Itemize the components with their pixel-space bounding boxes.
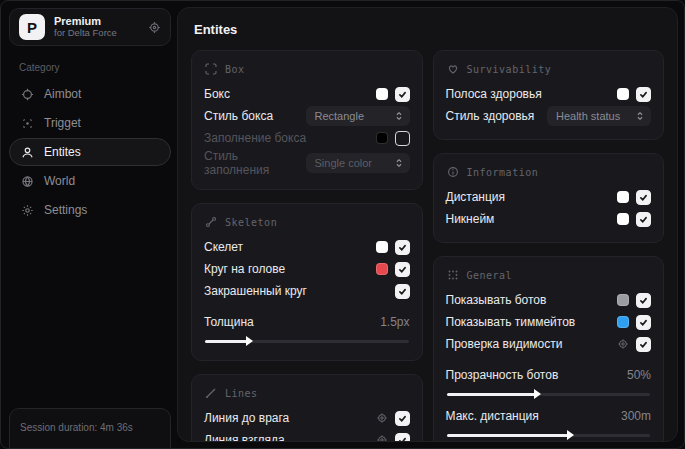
setting-row: Показывать ботов [446, 289, 652, 311]
color-swatch[interactable] [617, 316, 629, 328]
brand-subtitle: for Delta Force [54, 28, 117, 39]
panel-header-label: Skeleton [225, 217, 277, 228]
checkbox[interactable] [395, 131, 410, 146]
thickness-slider[interactable] [205, 340, 409, 343]
setting-row: Стиль бокса Rectangle [204, 105, 410, 127]
setting-row: Стиль здоровья Health status [446, 105, 652, 127]
setting-row: Никнейм [446, 208, 652, 230]
fill-style-select[interactable]: Single color [306, 153, 410, 173]
setting-row: Показывать тиммейтов [446, 311, 652, 333]
checkbox[interactable] [636, 87, 651, 102]
setting-row: Скелет [204, 236, 410, 258]
right-column: Survivability Полоса здоровья Стиль здор… [433, 50, 665, 442]
session-duration-box: Session duration: 4m 36s [9, 408, 171, 449]
sidebar-item-aimbot[interactable]: Aimbot [9, 80, 171, 108]
color-swatch[interactable] [376, 88, 388, 100]
setting-row: Закрашенный круг [204, 280, 410, 302]
session-duration-text: Session duration: 4m 36s [20, 422, 133, 433]
slider-value: 50% [627, 368, 651, 382]
checkbox[interactable] [636, 315, 651, 330]
checkbox[interactable] [395, 87, 410, 102]
checkbox[interactable] [395, 433, 410, 443]
line-settings-icon[interactable] [376, 434, 388, 442]
trigger-icon [21, 117, 34, 130]
visibility-settings-icon[interactable] [617, 338, 629, 350]
panel-header-label: Box [225, 64, 245, 75]
panel-information-header: Information [447, 166, 652, 178]
brand-title: Premium [54, 15, 117, 28]
setting-row: Линия взгляда [204, 429, 410, 442]
sidebar-item-label: Settings [44, 203, 87, 217]
sidebar-item-entites[interactable]: Entites [9, 138, 171, 166]
setting-row: Проверка видимости [446, 333, 652, 355]
slider-thumb[interactable] [567, 430, 574, 440]
setting-row: Макс. дистанция 300m [446, 405, 652, 427]
main-content: Entites Box Бокс [177, 7, 678, 442]
color-swatch[interactable] [617, 191, 629, 203]
panel-lines-header: Lines [205, 387, 410, 399]
panel-lines: Lines Линия до врага Линия взгляда [191, 374, 423, 442]
setting-row: Толщина 1.5px [204, 311, 410, 333]
select-value: Single color [315, 157, 372, 169]
panel-general-header: General [447, 269, 652, 281]
color-swatch[interactable] [617, 88, 629, 100]
crosshair-icon [21, 88, 34, 101]
panel-box-header: Box [205, 63, 410, 75]
select-value: Health status [556, 110, 620, 122]
setting-row: Линия до врага [204, 407, 410, 429]
gear-icon[interactable] [148, 21, 161, 34]
color-swatch[interactable] [617, 213, 629, 225]
sidebar-item-trigget[interactable]: Trigget [9, 109, 171, 137]
setting-row: Круг на голове [204, 258, 410, 280]
panel-survivability: Survivability Полоса здоровья Стиль здор… [433, 50, 665, 140]
box-style-select[interactable]: Rectangle [306, 106, 410, 126]
line-icon [205, 387, 217, 399]
page-title: Entites [194, 22, 664, 37]
unfold-icon [394, 111, 404, 121]
checkbox[interactable] [636, 212, 651, 227]
checkbox[interactable] [395, 240, 410, 255]
sidebar-item-world[interactable]: World [9, 167, 171, 195]
line-settings-icon[interactable] [376, 412, 388, 424]
panel-information: Information Дистанция Никнейм [433, 153, 665, 243]
setting-row: Заполнение бокса [204, 127, 410, 149]
sidebar-item-settings[interactable]: Settings [9, 196, 171, 224]
bot-opacity-slider[interactable] [447, 393, 651, 396]
premium-card[interactable]: P Premium for Delta Force [9, 8, 171, 46]
person-icon [21, 146, 34, 159]
setting-row: Бокс [204, 83, 410, 105]
sidebar-item-label: Aimbot [44, 87, 81, 101]
box-frame-icon [205, 63, 217, 75]
setting-row: Полоса здоровья [446, 83, 652, 105]
panel-survivability-header: Survivability [447, 63, 652, 75]
grid-icon [447, 269, 459, 281]
checkbox[interactable] [636, 337, 651, 352]
checkbox[interactable] [636, 190, 651, 205]
checkbox[interactable] [395, 284, 410, 299]
brand-logo: P [19, 14, 45, 40]
health-style-select[interactable]: Health status [547, 106, 651, 126]
color-swatch[interactable] [376, 241, 388, 253]
max-distance-slider[interactable] [447, 434, 651, 437]
brand-text: Premium for Delta Force [54, 15, 117, 39]
panel-box: Box Бокс Стиль бокса Rectangle [191, 50, 423, 190]
setting-row: Стиль заполнения Single color [204, 149, 410, 177]
sidebar-nav: Aimbot Trigget Entites World [9, 80, 171, 224]
globe-icon [21, 175, 34, 188]
panel-header-label: Survivability [467, 64, 552, 75]
info-icon [447, 166, 459, 178]
color-swatch[interactable] [376, 132, 388, 144]
checkbox[interactable] [636, 293, 651, 308]
slider-thumb[interactable] [246, 336, 253, 346]
panel-skeleton-header: Skeleton [205, 216, 410, 228]
panel-header-label: General [467, 270, 513, 281]
slider-value: 1.5px [380, 315, 409, 329]
checkbox[interactable] [395, 411, 410, 426]
color-swatch[interactable] [617, 294, 629, 306]
unfold-icon [635, 111, 645, 121]
checkbox[interactable] [395, 262, 410, 277]
panel-general: General Показывать ботов Показывать тимм… [433, 256, 665, 442]
bone-icon [205, 216, 217, 228]
color-swatch[interactable] [376, 263, 388, 275]
slider-thumb[interactable] [534, 389, 541, 399]
